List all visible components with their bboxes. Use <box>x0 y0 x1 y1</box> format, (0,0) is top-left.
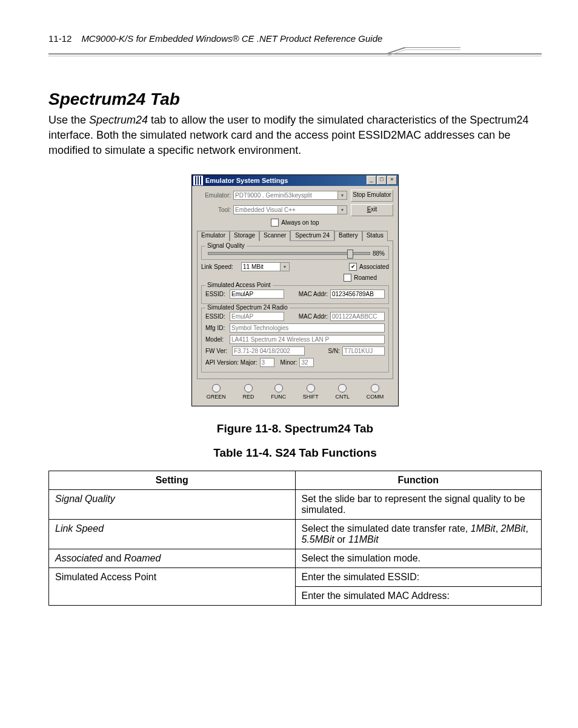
always-on-top-label: Always on top <box>281 219 319 226</box>
page-header: 11-12 MC9000-K/S for Embedded Windows® C… <box>48 33 542 44</box>
indicator-shift: SHIFT <box>303 384 319 400</box>
sn-input[interactable]: T7L01KUJ <box>342 346 385 356</box>
stop-emulator-button[interactable]: Stop Emulator <box>351 190 393 202</box>
exit-button[interactable]: Exit <box>351 204 393 216</box>
api-minor-label: Minor: <box>281 359 297 366</box>
led-icon <box>338 384 347 392</box>
signal-quality-slider[interactable] <box>208 252 370 255</box>
led-icon <box>307 384 315 392</box>
indicator-comm: COMM <box>367 384 384 400</box>
page-number: 11-12 <box>48 33 71 44</box>
tab-status[interactable]: Status <box>362 231 388 241</box>
emulator-label: Emulator: <box>197 192 233 199</box>
indicator-func: FUNC <box>271 384 286 400</box>
roamed-checkbox[interactable] <box>344 274 351 282</box>
indicator-green: GREEN <box>207 384 226 400</box>
tab-strip: Emulator Storage Scanner Spectrum 24 Bat… <box>197 230 393 241</box>
signal-quality-label: Signal Quality <box>205 242 247 249</box>
ap-essid-input[interactable]: EmulAP <box>230 290 284 299</box>
ap-group-title: Simulated Access Point <box>205 282 273 288</box>
radio-mac-label: MAC Addr: <box>299 313 328 320</box>
table-row: Link Speed Select the simulated date tra… <box>49 519 542 549</box>
led-icon <box>212 384 221 392</box>
app-icon <box>193 176 203 185</box>
titlebar[interactable]: Emulator System Settings _ □ × <box>192 175 398 186</box>
th-function: Function <box>295 471 542 489</box>
doc-title: MC9000-K/S for Embedded Windows® CE .NET… <box>81 33 382 44</box>
indicator-row: GREEN RED FUNC SHIFT CNTL COMM <box>197 379 393 401</box>
radio-essid-label: ESSID: <box>205 313 230 320</box>
sn-label: S/N: <box>328 348 340 354</box>
radio-essid-input[interactable]: EmulAP <box>230 312 284 321</box>
model-label: Model: <box>205 336 230 343</box>
emulator-combo[interactable]: PDT9000 . Gemini53keysplit▾ <box>233 191 347 200</box>
always-on-top-checkbox[interactable] <box>271 219 279 227</box>
api-minor-input[interactable]: 32 <box>299 358 314 367</box>
section-paragraph: Use the Spectrum24 tab to allow the user… <box>48 113 542 159</box>
ap-essid-label: ESSID: <box>205 291 230 297</box>
radio-group-title: Simulated Spectrum 24 Radio <box>205 304 290 311</box>
led-icon <box>244 384 253 392</box>
led-icon <box>371 384 379 392</box>
associated-checkbox[interactable]: ✔ <box>349 263 357 271</box>
maximize-icon[interactable]: □ <box>377 176 387 185</box>
indicator-red: RED <box>243 384 254 400</box>
mfg-label: Mfg ID: <box>205 325 230 331</box>
model-input[interactable]: LA411 Spectrum 24 Wireless LAN P <box>230 335 385 344</box>
link-speed-label: Link Speed: <box>201 263 241 270</box>
chevron-down-icon[interactable]: ▾ <box>337 191 347 199</box>
emulator-settings-window: Emulator System Settings _ □ × Emulator:… <box>191 174 399 406</box>
figure-caption: Figure 11-8. Spectrum24 Tab <box>48 422 542 435</box>
header-rule <box>48 47 542 65</box>
tab-storage[interactable]: Storage <box>230 231 259 241</box>
associated-label: Associated <box>359 263 389 270</box>
table-caption: Table 11-4. S24 Tab Functions <box>48 446 542 460</box>
section-heading: Spectrum24 Tab <box>48 90 542 109</box>
close-icon[interactable]: × <box>387 176 397 185</box>
tool-label: Tool: <box>197 207 233 213</box>
indicator-cntl: CNTL <box>335 384 350 400</box>
table-row: Signal Quality Set the slide bar to repr… <box>49 489 542 519</box>
table-row: Associated and Roamed Select the simulat… <box>49 549 542 568</box>
window-title: Emulator System Settings <box>205 177 366 184</box>
tab-battery[interactable]: Battery <box>334 231 362 241</box>
slider-thumb[interactable] <box>347 250 353 259</box>
fw-label: FW Ver: <box>205 348 232 354</box>
tool-combo[interactable]: Embedded Visual C++▾ <box>233 205 347 214</box>
signal-quality-value: 88% <box>373 250 385 257</box>
api-major-label: API Version: Major: <box>205 359 257 366</box>
tab-scanner[interactable]: Scanner <box>259 231 290 241</box>
ap-mac-label: MAC Addr: <box>299 291 328 297</box>
mfg-input[interactable]: Symbol Technologies <box>230 323 385 333</box>
led-icon <box>274 384 283 392</box>
th-setting: Setting <box>49 471 296 489</box>
roamed-label: Roamed <box>354 274 377 281</box>
chevron-down-icon[interactable]: ▾ <box>337 206 347 214</box>
chevron-down-icon[interactable]: ▾ <box>280 263 289 271</box>
tab-spectrum24[interactable]: Spectrum 24 <box>290 230 334 240</box>
table-row: Simulated Access Point Enter the simulat… <box>49 568 542 586</box>
ap-mac-input[interactable]: 0123456789AB <box>330 290 385 299</box>
radio-mac-input[interactable]: 001122AABBCC <box>330 312 385 321</box>
link-speed-combo[interactable]: 11 MBit▾ <box>241 262 290 271</box>
api-major-input[interactable]: 3 <box>260 358 274 367</box>
functions-table: Setting Function Signal Quality Set the … <box>48 471 542 606</box>
tab-emulator[interactable]: Emulator <box>197 231 230 241</box>
minimize-icon[interactable]: _ <box>367 176 376 185</box>
fw-input[interactable]: F3.71-28 04/18/2002 <box>232 346 305 356</box>
